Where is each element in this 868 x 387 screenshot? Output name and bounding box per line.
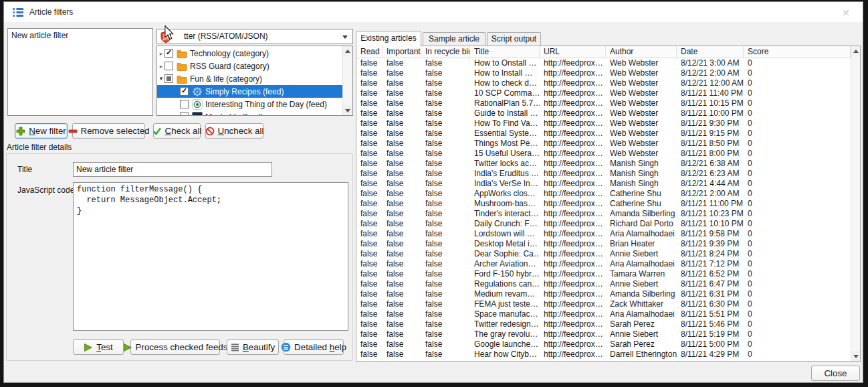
table-row[interactable]: falsefalsefalseDaily Crunch: F…http://fe…: [356, 219, 851, 229]
tree-item[interactable]: Interesting Thing of the Day (feed): [157, 98, 342, 110]
tab-script-output[interactable]: Script output: [487, 32, 541, 46]
table-row[interactable]: falsefalsefalseGoogle launche…http://fee…: [356, 339, 851, 350]
table-cell: 0: [744, 68, 851, 78]
account-dropdown[interactable]: tter (RSS/ATOM/JSON): [156, 29, 353, 44]
column-header-important[interactable]: Important: [383, 46, 421, 58]
list-item[interactable]: New article filter: [8, 30, 152, 42]
table-row[interactable]: falsefalsefalseLordstown will …http://fe…: [356, 229, 851, 239]
detailed-help-button[interactable]: Detailed help: [284, 339, 344, 355]
table-row[interactable]: falsefalsefalseFord F-150 hybr…http://fe…: [356, 269, 851, 279]
table-scrollbar[interactable]: [851, 46, 860, 361]
table-cell: 0: [744, 189, 851, 199]
scroll-down-icon[interactable]: [851, 351, 860, 361]
table-row[interactable]: falsefalsefalse10 SCP Comma…http://feedp…: [356, 88, 851, 98]
column-header-score[interactable]: Score: [744, 46, 851, 58]
table-row[interactable]: falsefalsefalseSpace manufac…http://feed…: [356, 309, 851, 319]
table-cell: false: [356, 108, 383, 119]
expander-icon[interactable]: ▼: [158, 76, 165, 82]
table-row[interactable]: falsefalsefalseArcher Aviation…http://fe…: [356, 259, 851, 269]
table-cell: Guide to Install …: [470, 108, 540, 119]
tab-sample-article[interactable]: Sample article: [423, 32, 485, 46]
table-row[interactable]: falsefalsefalseEssential Syste…http://fe…: [356, 129, 851, 139]
checkbox[interactable]: ✓: [180, 87, 189, 96]
check-all-button[interactable]: Check all: [153, 123, 201, 139]
table-row[interactable]: falsefalsefalseThings Most Pe…http://fee…: [356, 139, 851, 149]
table-row[interactable]: falsefalsefalseTwitter locks ac…http://f…: [356, 159, 851, 169]
table-row[interactable]: falsefalsefalseMushroom-bas…http://feedp…: [356, 199, 851, 209]
tab-existing-articles[interactable]: Existing articles: [356, 31, 421, 46]
scroll-up-icon[interactable]: [343, 46, 352, 56]
table-row[interactable]: falsefalsefalse15 Useful Usera…http://fe…: [356, 149, 851, 159]
table-cell: false: [421, 108, 470, 119]
table-cell: 0: [744, 129, 851, 139]
chevron-down-icon: [342, 35, 348, 39]
tree-item[interactable]: mMashable (feed): [157, 110, 342, 116]
table-cell: Things Most Pe…: [470, 139, 540, 149]
tree-scrollbar[interactable]: [342, 46, 352, 115]
table-row[interactable]: falsefalsefalseHow to Install …http://fe…: [356, 68, 851, 78]
tree-item[interactable]: ▼Fun & life (category): [157, 72, 342, 85]
expander-icon[interactable]: ▸: [158, 50, 165, 57]
table-row[interactable]: falsefalsefalseDear Sophie: Ca…http://fe…: [356, 249, 851, 259]
table-row[interactable]: falsefalsefalseHow to Onstall …http://fe…: [356, 58, 851, 68]
scroll-up-icon[interactable]: [851, 46, 860, 56]
table-cell: Web Webster: [606, 129, 677, 139]
column-header-read[interactable]: Read: [356, 46, 383, 58]
table-cell: 0: [744, 58, 851, 68]
scroll-down-icon[interactable]: [343, 105, 352, 115]
expander-icon[interactable]: ▸: [158, 63, 165, 70]
table-cell: 0: [744, 289, 851, 299]
folder-icon: [177, 62, 187, 71]
table-cell: false: [421, 209, 470, 219]
table-row[interactable]: falsefalsefalseThe gray revolu…http://fe…: [356, 329, 851, 339]
uncheck-all-button[interactable]: Uncheck all: [205, 123, 263, 139]
tree-item[interactable]: ✓Simply Recipes (feed): [157, 85, 342, 98]
tree-item-label: RSS Guard (category): [190, 62, 269, 71]
table-row[interactable]: falsefalsefalseHow to check d…http://fee…: [356, 78, 851, 88]
table-cell: false: [383, 68, 421, 78]
tree-item[interactable]: ▸✓Technology (category): [157, 47, 342, 60]
checkbox[interactable]: [180, 112, 189, 116]
new-filter-button[interactable]: New filter: [15, 123, 68, 139]
table-row[interactable]: falsefalsefalseGuide to Install …http://…: [356, 108, 851, 119]
table-cell: false: [383, 249, 421, 259]
beautify-button[interactable]: Beautify: [227, 339, 279, 355]
close-icon[interactable]: ✕: [840, 7, 852, 19]
table-row[interactable]: falsefalsefalseTinder's interact…http://…: [356, 209, 851, 219]
checkbox[interactable]: [165, 74, 173, 83]
table-cell: Web Webster: [606, 149, 677, 159]
process-checked-feeds-button[interactable]: Process checked feeds: [130, 339, 220, 355]
close-button[interactable]: Close: [811, 366, 860, 381]
column-header-in-recycle-bin[interactable]: In recycle bin: [421, 46, 470, 58]
column-header-date[interactable]: Date: [677, 46, 744, 58]
table-row[interactable]: falsefalsefalseRationalPlan 5.7…http://f…: [356, 98, 851, 108]
column-header-author[interactable]: Author: [606, 46, 677, 58]
table-row[interactable]: falsefalsefalseAppWorks clos…http://feed…: [356, 189, 851, 199]
table-row[interactable]: falsefalsefalseDesktop Metal i…http://fe…: [356, 239, 851, 249]
checkbox[interactable]: [165, 62, 173, 70]
table-cell: Catherine Shu: [606, 199, 677, 209]
table-row[interactable]: falsefalsefalseTwitter redesign…http://f…: [356, 319, 851, 329]
title-input[interactable]: [73, 162, 272, 177]
table-row[interactable]: falsefalsefalseHear how Cityb…http://fee…: [356, 350, 851, 360]
checkbox[interactable]: ✓: [165, 49, 173, 58]
table-cell: 8/12/21 2:00 AM: [677, 189, 744, 199]
table-row[interactable]: falsefalsefalseMedium revam…http://feedp…: [356, 289, 851, 299]
article-filters-dialog: Article filters ✕ New article filter tte…: [3, 1, 863, 383]
table-row[interactable]: falsefalsefalseRegulations can…http://fe…: [356, 279, 851, 289]
column-header-url[interactable]: URL: [540, 46, 606, 58]
javascript-code-editor[interactable]: function filterMessage() { return Messag…: [73, 182, 348, 331]
table-row[interactable]: falsefalsefalseHow To Find Va…http://fee…: [356, 119, 851, 129]
filters-list[interactable]: New article filter: [7, 28, 153, 116]
column-header-title[interactable]: Title: [470, 46, 540, 58]
test-button[interactable]: Test: [73, 339, 124, 355]
table-row[interactable]: falsefalsefalseIndia's Eruditus …http://…: [356, 169, 851, 179]
table-cell: false: [383, 209, 421, 219]
table-row[interactable]: falsefalsefalseFEMA just teste…http://fe…: [356, 299, 851, 309]
table-body: falsefalsefalseHow to Onstall …http://fe…: [356, 58, 851, 361]
remove-selected-button[interactable]: Remove selected: [72, 123, 145, 139]
table-cell: 8/11/21 8:24 PM: [677, 249, 744, 259]
checkbox[interactable]: [180, 100, 189, 108]
tree-item[interactable]: ▸RSS Guard (category): [157, 60, 342, 72]
table-row[interactable]: falsefalsefalseIndia's VerSe In…http://f…: [356, 179, 851, 189]
